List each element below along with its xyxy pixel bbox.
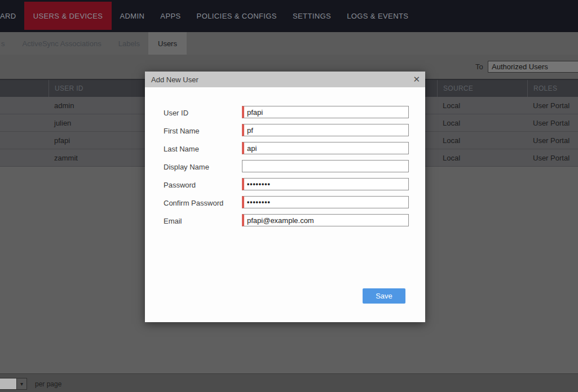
row-select-cell (0, 114, 48, 131)
password-label: Password (164, 181, 196, 189)
password-input[interactable] (242, 178, 409, 190)
per-page-select[interactable]: ▾ (0, 378, 27, 390)
first-name-input[interactable] (242, 124, 409, 136)
sub-nav: s ActiveSync Associations Labels Users (0, 32, 578, 55)
top-nav: ARD USERS & DEVICES ADMIN APPS POLICIES … (0, 0, 578, 32)
first-name-label: First Name (164, 127, 200, 135)
tab-labels[interactable]: Labels (110, 32, 148, 55)
header-source[interactable]: SOURCE (437, 80, 527, 97)
email-input[interactable] (242, 214, 409, 226)
last-name-input[interactable] (242, 142, 409, 154)
source-cell: Local (437, 97, 527, 114)
confirm-password-input[interactable] (242, 196, 409, 208)
row-select-cell (0, 132, 48, 149)
roles-cell: User Portal (527, 97, 578, 114)
source-cell: Local (437, 149, 527, 166)
to-authorized-users-select[interactable]: Authorized Users (488, 61, 578, 73)
confirm-password-label: Confirm Password (164, 199, 223, 207)
tab-activesync-associations[interactable]: ActiveSync Associations (14, 32, 110, 55)
nav-item-logs-events[interactable]: LOGS & EVENTS (339, 0, 416, 32)
nav-item-dashboard-partial[interactable]: ARD (0, 0, 24, 32)
pagination-bar: ▾ per page (0, 373, 578, 392)
nav-item-admin[interactable]: ADMIN (112, 0, 152, 32)
roles-cell: User Portal (527, 149, 578, 166)
per-page-value (0, 378, 16, 389)
nav-item-policies-configs[interactable]: POLICIES & CONFIGS (189, 0, 285, 32)
tab-users[interactable]: Users (148, 32, 187, 55)
header-select-column (0, 80, 48, 97)
header-roles[interactable]: ROLES (527, 80, 578, 97)
modal-title: Add New User (151, 75, 198, 84)
source-cell: Local (437, 132, 527, 149)
save-button[interactable]: Save (363, 288, 405, 304)
roles-cell: User Portal (527, 114, 578, 131)
user-id-label: User ID (164, 109, 188, 117)
email-label: Email (164, 217, 182, 225)
close-icon[interactable]: ✕ (413, 74, 420, 84)
per-page-label: per page (35, 380, 61, 388)
source-cell: Local (437, 114, 527, 131)
user-id-input[interactable] (242, 106, 409, 118)
last-name-label: Last Name (164, 145, 199, 153)
to-label: To (475, 63, 483, 71)
nav-item-users-devices[interactable]: USERS & DEVICES (24, 2, 112, 30)
chevron-down-icon: ▾ (16, 378, 27, 389)
display-name-label: Display Name (164, 163, 209, 171)
roles-cell: User Portal (527, 132, 578, 149)
tab-devices-partial[interactable]: s (0, 32, 14, 55)
row-select-cell (0, 149, 48, 166)
modal-header: Add New User (145, 72, 425, 87)
display-name-input[interactable] (242, 160, 409, 172)
nav-item-settings[interactable]: SETTINGS (285, 0, 339, 32)
add-new-user-modal: Add New User ✕ User ID First Name Last N… (145, 72, 425, 322)
row-select-cell (0, 97, 48, 114)
nav-item-apps[interactable]: APPS (152, 0, 188, 32)
